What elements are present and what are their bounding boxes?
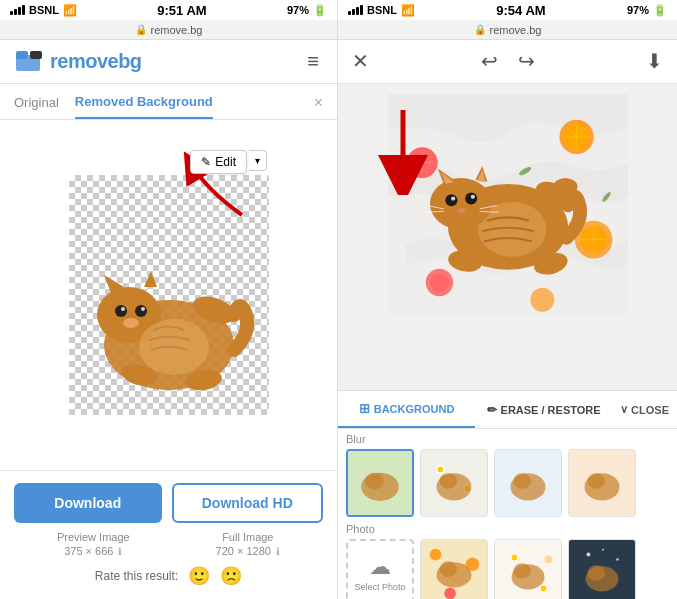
blur-thumb-3-img bbox=[495, 450, 561, 516]
photo-thumb-1[interactable] bbox=[420, 539, 488, 599]
cat-image bbox=[69, 175, 269, 415]
tab-background[interactable]: ⊞ BACKGROUND bbox=[338, 391, 475, 428]
svg-point-34 bbox=[430, 273, 449, 292]
full-label: Full Image bbox=[222, 531, 273, 543]
svg-point-35 bbox=[530, 287, 554, 311]
svg-point-54 bbox=[451, 196, 455, 200]
right-signal-bars bbox=[348, 5, 363, 15]
blur-thumb-1[interactable] bbox=[346, 449, 414, 517]
tab-close[interactable]: ∨ CLOSE bbox=[612, 393, 677, 426]
svg-point-56 bbox=[457, 207, 466, 212]
blur-thumb-2-img bbox=[421, 450, 487, 516]
lock-icon: 🔒 bbox=[135, 24, 147, 35]
happy-emoji[interactable]: 🙂 bbox=[188, 565, 210, 587]
photo-thumb-3[interactable] bbox=[568, 539, 636, 599]
svg-point-81 bbox=[444, 588, 456, 599]
svg-point-88 bbox=[541, 586, 547, 592]
header-tools: ↩ ↪ bbox=[481, 49, 535, 73]
blur-thumb-3[interactable] bbox=[494, 449, 562, 517]
svg-point-86 bbox=[512, 555, 518, 561]
left-panel: BSNL 📶 9:51 AM 97% 🔋 🔒 remove.bg removeb… bbox=[0, 0, 338, 599]
logo-suffix: bg bbox=[118, 50, 141, 72]
svg-point-94 bbox=[616, 558, 619, 561]
svg-point-83 bbox=[439, 561, 456, 577]
rate-row: Rate this result: 🙂 🙁 bbox=[14, 565, 323, 587]
close-x-icon[interactable]: ✕ bbox=[352, 49, 369, 73]
download-button[interactable]: Download bbox=[14, 483, 162, 523]
signal-bars bbox=[10, 5, 25, 15]
svg-point-79 bbox=[430, 549, 442, 561]
svg-point-47 bbox=[430, 177, 492, 228]
photo-thumb-2-img bbox=[495, 540, 561, 599]
svg-point-14 bbox=[141, 307, 145, 311]
blur-thumb-4[interactable] bbox=[568, 449, 636, 517]
right-signal-bar-4 bbox=[360, 5, 363, 15]
svg-point-15 bbox=[123, 318, 139, 328]
blur-group-label: Blur bbox=[346, 433, 669, 445]
full-info-icon: ℹ bbox=[276, 546, 280, 557]
thumbnails-section: Blur bbox=[338, 429, 677, 599]
edit-button[interactable]: ✎ Edit bbox=[190, 150, 247, 174]
left-status-right: 97% 🔋 bbox=[287, 4, 327, 17]
undo-icon[interactable]: ↩ bbox=[481, 49, 498, 73]
tab-original[interactable]: Original bbox=[14, 95, 59, 118]
select-photo-btn[interactable]: ☁ Select Photo bbox=[346, 539, 414, 599]
eraser-icon: ✏ bbox=[487, 403, 497, 417]
bottom-section: Download Download HD Preview Image 375 ×… bbox=[0, 470, 337, 599]
tabs-close-btn[interactable]: × bbox=[314, 94, 323, 112]
blur-thumb-2[interactable] bbox=[420, 449, 488, 517]
svg-point-16 bbox=[139, 319, 209, 375]
right-status-bar: BSNL 📶 9:54 AM 97% 🔋 bbox=[338, 0, 677, 20]
svg-rect-1 bbox=[16, 51, 28, 59]
right-image-area bbox=[338, 84, 677, 391]
signal-bar-1 bbox=[10, 11, 13, 15]
photo-thumb-row: ☁ Select Photo bbox=[346, 539, 669, 599]
rate-label: Rate this result: bbox=[95, 569, 178, 583]
right-lock-icon: 🔒 bbox=[474, 24, 486, 35]
right-status-right: 97% 🔋 bbox=[627, 4, 667, 17]
tab-removed-bg[interactable]: Removed Background bbox=[75, 94, 213, 119]
photo-thumb-3-img bbox=[569, 540, 635, 599]
right-status-left: BSNL 📶 bbox=[348, 4, 415, 17]
left-url-bar: 🔒 remove.bg bbox=[0, 20, 337, 40]
layers-icon: ⊞ bbox=[359, 401, 370, 416]
time-display: 9:51 AM bbox=[157, 3, 206, 18]
select-photo-label: Select Photo bbox=[354, 582, 405, 593]
svg-marker-10 bbox=[144, 271, 157, 287]
svg-point-52 bbox=[445, 194, 457, 206]
svg-point-77 bbox=[587, 473, 604, 489]
full-dims: 720 × 1280 ℹ bbox=[216, 545, 280, 557]
upload-icon: ☁ bbox=[369, 554, 391, 580]
right-panel: BSNL 📶 9:54 AM 97% 🔋 🔒 remove.bg ✕ ↩ ↪ ⬇ bbox=[338, 0, 677, 599]
signal-bar-2 bbox=[14, 9, 17, 15]
svg-point-55 bbox=[470, 194, 474, 198]
tab-erase-label: ERASE / RESTORE bbox=[501, 404, 601, 416]
edit-dropdown-button[interactable]: ▾ bbox=[249, 150, 267, 171]
left-header: removebg ≡ bbox=[0, 40, 337, 84]
right-battery-percent: 97% bbox=[627, 4, 649, 16]
right-signal-bar-3 bbox=[356, 7, 359, 15]
svg-point-71 bbox=[439, 473, 456, 489]
svg-point-64 bbox=[365, 473, 384, 490]
download-icon[interactable]: ⬇ bbox=[646, 49, 663, 73]
edit-label: Edit bbox=[215, 155, 236, 169]
right-url-bar: 🔒 remove.bg bbox=[338, 20, 677, 40]
hamburger-menu[interactable]: ≡ bbox=[303, 46, 323, 77]
redo-icon[interactable]: ↪ bbox=[518, 49, 535, 73]
svg-point-91 bbox=[513, 563, 530, 579]
preview-label: Preview Image bbox=[57, 531, 130, 543]
bottom-tabs: ⊞ BACKGROUND ✏ ERASE / RESTORE ∨ CLOSE bbox=[338, 391, 677, 429]
preview-info: Preview Image 375 × 666 ℹ bbox=[57, 531, 130, 557]
photo-thumb-1-img bbox=[421, 540, 487, 599]
photo-thumb-2[interactable] bbox=[494, 539, 562, 599]
tab-background-label: BACKGROUND bbox=[374, 403, 455, 415]
preview-info-icon: ℹ bbox=[118, 546, 122, 557]
right-signal-bar-2 bbox=[352, 9, 355, 15]
tab-erase-restore[interactable]: ✏ ERASE / RESTORE bbox=[475, 393, 612, 427]
carrier-label: BSNL bbox=[29, 4, 59, 16]
right-cat-image bbox=[388, 94, 628, 317]
blur-thumb-1-img bbox=[348, 451, 412, 515]
battery-percent: 97% bbox=[287, 4, 309, 16]
download-hd-button[interactable]: Download HD bbox=[172, 483, 324, 523]
sad-emoji[interactable]: 🙁 bbox=[220, 565, 242, 587]
